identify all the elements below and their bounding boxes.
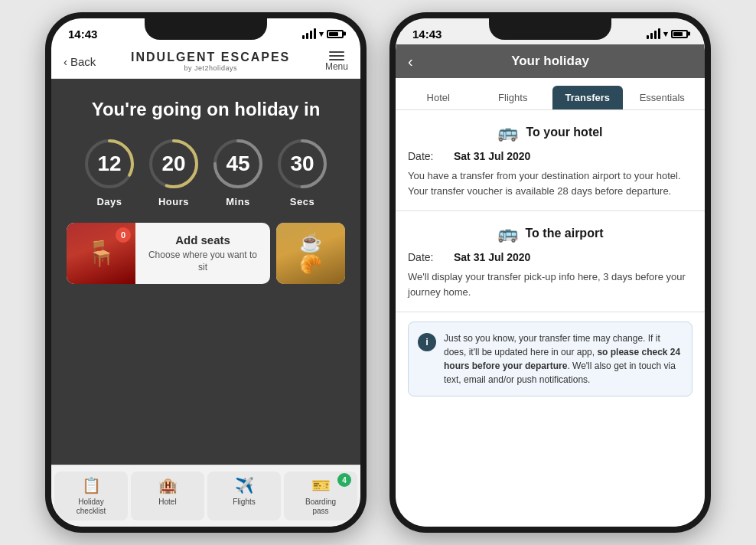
- brand-name: INDULGENT ESCAPES: [131, 51, 290, 64]
- page-title: Your holiday: [511, 54, 589, 69]
- mins-label: Mins: [226, 196, 250, 207]
- days-circle: 12: [82, 136, 137, 191]
- hotel-section-header: 🚌 To your hotel: [408, 122, 692, 142]
- battery-icon-right: [671, 30, 688, 38]
- hero-section: You're going on holiday in 12 Days: [51, 79, 360, 465]
- mins-value: 45: [226, 152, 249, 176]
- back-button[interactable]: ‹ Back: [64, 55, 96, 68]
- menu-label: Menu: [325, 61, 348, 72]
- airport-section-title: To the airport: [526, 227, 604, 240]
- nav-boarding-pass[interactable]: 4 🎫 Boardingpass: [284, 472, 357, 521]
- flights-icon: ✈️: [235, 476, 254, 494]
- add-seats-card[interactable]: 0 Add seats Choose where you want to sit: [67, 223, 270, 284]
- phone2-nav: ‹ Your holiday: [396, 44, 705, 78]
- tabs-bar: Hotel Flights Transfers Essentials: [396, 78, 705, 110]
- wifi-icon: ▾: [319, 29, 324, 39]
- date-label-hotel: Date:: [408, 150, 445, 162]
- signal-icon: [302, 28, 316, 39]
- mins-circle: 45: [210, 136, 266, 191]
- boarding-pass-icon: 🎫: [311, 476, 331, 494]
- nav-holiday-checklist[interactable]: 📋 Holidaychecklist: [54, 472, 128, 521]
- status-icons-right: ▾: [647, 28, 688, 39]
- hotel-date-row: Date: Sat 31 Jul 2020: [408, 150, 692, 162]
- seats-title: Add seats: [143, 233, 262, 246]
- status-icons-left: ▾: [302, 28, 344, 39]
- seats-content: Add seats Choose where you want to sit: [135, 227, 270, 279]
- brand-sub: by Jet2holidays: [184, 64, 237, 72]
- transfer-content: 🚌 To your hotel Date: Sat 31 Jul 2020 Yo…: [396, 110, 705, 527]
- countdown-timer: 12 Days 20 Hours: [67, 136, 345, 207]
- nav-bar: ‹ Back INDULGENT ESCAPES by Jet2holidays…: [51, 44, 360, 79]
- date-label-airport: Date:: [408, 251, 445, 263]
- countdown-days: 12 Days: [82, 136, 137, 207]
- menu-button[interactable]: Menu: [325, 51, 348, 72]
- hotel-label: Hotel: [158, 498, 176, 507]
- time-right: 14:43: [412, 28, 442, 41]
- bus-icon-airport: 🚌: [497, 224, 518, 243]
- info-icon: i: [418, 333, 436, 351]
- nav-hotel[interactable]: 🏨 Hotel: [131, 472, 204, 521]
- tab-flights[interactable]: Flights: [478, 86, 549, 109]
- days-label: Days: [96, 196, 122, 207]
- back-button-right[interactable]: ‹: [408, 53, 413, 70]
- tab-transfers[interactable]: Transfers: [552, 86, 623, 109]
- bus-icon-hotel: 🚌: [497, 122, 518, 142]
- hours-label: Hours: [158, 196, 189, 207]
- status-bar-left: 14:43 ▾: [51, 18, 360, 44]
- battery-icon: [327, 30, 344, 38]
- secs-value: 30: [290, 152, 314, 176]
- phone-right: 14:43 ▾ ‹ Your holiday: [389, 12, 711, 533]
- promo-cards-row: 0 Add seats Choose where you want to sit: [67, 223, 345, 284]
- boarding-pass-badge: 4: [337, 473, 351, 487]
- airport-date-row: Date: Sat 31 Jul 2020: [408, 251, 692, 263]
- info-text: Just so you know, your transfer time may…: [444, 331, 683, 387]
- countdown-hours: 20 Hours: [146, 136, 201, 207]
- hotel-section-title: To your hotel: [526, 126, 602, 139]
- checklist-icon: 📋: [82, 476, 101, 494]
- food-image: [276, 223, 345, 284]
- hamburger-icon: [329, 51, 344, 60]
- hours-value: 20: [161, 152, 185, 176]
- brand-logo: INDULGENT ESCAPES by Jet2holidays: [131, 51, 290, 72]
- airport-section-header: 🚌 To the airport: [408, 224, 692, 243]
- boarding-pass-label: Boardingpass: [305, 498, 336, 516]
- airport-transfer-desc: We'll display your transfer pick-up info…: [408, 269, 692, 299]
- seats-desc: Choose where you want to sit: [143, 250, 262, 273]
- days-value: 12: [97, 152, 121, 176]
- time-left: 14:43: [68, 28, 97, 41]
- countdown-secs: 30 Secs: [275, 136, 330, 207]
- date-value-hotel: Sat 31 Jul 2020: [454, 150, 530, 162]
- flights-label: Flights: [233, 498, 255, 507]
- tab-hotel[interactable]: Hotel: [403, 86, 474, 109]
- hours-circle: 20: [146, 136, 201, 191]
- checklist-label: Holidaychecklist: [77, 498, 106, 516]
- hotel-icon: 🏨: [158, 476, 178, 494]
- back-label: Back: [70, 55, 96, 68]
- phone-left: 14:43 ▾ ‹ Ba: [45, 12, 367, 533]
- date-value-airport: Sat 31 Jul 2020: [454, 251, 530, 263]
- wifi-icon-right: ▾: [663, 29, 668, 39]
- signal-icon-right: [647, 28, 660, 39]
- nav-flights[interactable]: ✈️ Flights: [207, 472, 281, 521]
- hero-heading: You're going on holiday in: [67, 97, 345, 121]
- hotel-transfer-desc: You have a transfer from your destinatio…: [408, 168, 692, 198]
- transfer-to-airport: 🚌 To the airport Date: Sat 31 Jul 2020 W…: [396, 211, 705, 312]
- secs-label: Secs: [290, 196, 314, 207]
- status-bar-right: 14:43 ▾: [396, 18, 705, 44]
- seats-image: 0: [67, 223, 135, 284]
- chevron-left-icon: ‹: [64, 55, 67, 68]
- tab-essentials[interactable]: Essentials: [627, 86, 698, 109]
- transfer-to-hotel: 🚌 To your hotel Date: Sat 31 Jul 2020 Yo…: [396, 110, 705, 211]
- info-box: i Just so you know, your transfer time m…: [408, 321, 692, 397]
- countdown-mins: 45 Mins: [210, 136, 266, 207]
- bottom-nav: 📋 Holidaychecklist 🏨 Hotel ✈️ Flights 4 …: [51, 465, 360, 527]
- meals-card[interactable]: [276, 223, 345, 284]
- secs-circle: 30: [275, 136, 330, 191]
